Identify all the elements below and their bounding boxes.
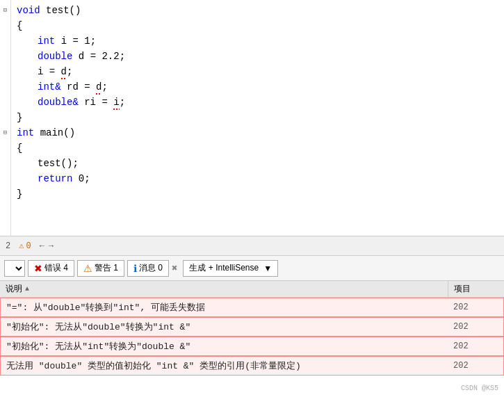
code-line-13: } <box>17 186 498 202</box>
warning-count: 0 <box>26 241 31 251</box>
brace-close-2: } <box>17 186 22 202</box>
collapse-space-6 <box>0 95 10 110</box>
collapse-space-2 <box>0 33 10 49</box>
semicolon-1: ; <box>67 64 72 79</box>
info-button[interactable]: ℹ 消息 0 <box>127 260 169 277</box>
type-double-1: double <box>38 49 72 64</box>
line-number: 2 <box>6 241 10 251</box>
warnings-label: 警告 1 <box>95 262 118 274</box>
keyword-return: return <box>38 171 72 186</box>
error-row-3-proj: 202 <box>448 341 503 351</box>
col-desc-label: 说明 <box>6 283 22 295</box>
code-line-8: } <box>17 110 498 125</box>
errors-button[interactable]: ✖ 错误 4 <box>28 260 74 277</box>
semicolon-2: ; <box>101 79 107 95</box>
collapse-space-7 <box>0 110 10 125</box>
error-row-1-desc: "=": 从"double"转换到"int", 可能丢失数据 <box>1 301 448 314</box>
keyword-void: void <box>17 3 40 18</box>
code-line-10: { <box>17 140 498 156</box>
arrow-left-icon[interactable]: ← <box>40 241 44 251</box>
col-proj-label: 项目 <box>454 283 471 295</box>
code-line-7: double& ri = i; <box>17 95 498 110</box>
code-lines: void test() { int i = 1; double d = 2.2;… <box>11 0 504 236</box>
error-row-4[interactable]: 无法用 "double" 类型的值初始化 "int &" 类型的引用(非常量限定… <box>0 356 504 375</box>
error-list: 说明 ▲ 项目 "=": 从"double"转换到"int", 可能丢失数据 2… <box>0 281 504 375</box>
code-line-5: i = d; <box>17 64 498 79</box>
code-line-6: int& rd = d; <box>17 79 498 95</box>
arrow-right-icon[interactable]: → <box>49 241 54 251</box>
brace-open-2: { <box>17 140 22 156</box>
warning-icon: ⚠ <box>83 263 92 274</box>
build-button[interactable]: 生成 + IntelliSense ▼ <box>183 260 278 277</box>
error-row-2-proj: 202 <box>448 322 503 332</box>
var-d-squiggly-2: d <box>96 79 101 95</box>
status-bar: 2 ⚠ 0 ← → <box>0 236 504 256</box>
var-i: i = 1; <box>61 33 96 49</box>
warning-triangle-icon: ⚠ <box>19 241 24 251</box>
func-name-test: test() <box>46 3 81 18</box>
errors-label: 错误 4 <box>44 262 68 274</box>
return-val: 0; <box>79 171 90 186</box>
error-row-4-proj: 202 <box>448 361 503 371</box>
brace-open-1: { <box>17 18 22 33</box>
collapse-gutter: ⊟ ⊟ <box>0 0 11 236</box>
collapse-btn-1[interactable]: ⊟ <box>0 3 10 18</box>
code-line-3: int i = 1; <box>17 33 498 49</box>
error-rows-container: "=": 从"double"转换到"int", 可能丢失数据 202 "初始化"… <box>0 298 504 375</box>
error-panel-toolbar: ✖ 错误 4 ⚠ 警告 1 ℹ 消息 0 ✖ 生成 + IntelliSense… <box>0 256 504 281</box>
error-table-header: 说明 ▲ 项目 <box>0 281 504 298</box>
var-d-squiggly: d <box>61 64 67 79</box>
collapse-space-4 <box>0 64 10 79</box>
func-name-main: main() <box>40 125 75 140</box>
code-line-9: int main() <box>17 125 498 140</box>
code-line-12: return 0; <box>17 171 498 186</box>
col-header-project[interactable]: 项目 <box>448 281 504 297</box>
error-row-2-desc: "初始化": 无法从"double"转换为"int &" <box>1 321 448 333</box>
var-ri: ri = <box>84 95 113 110</box>
info-label: 消息 0 <box>139 262 163 274</box>
info-icon: ℹ <box>133 263 137 274</box>
error-x-icon: ✖ <box>34 263 42 274</box>
nav-arrows[interactable]: ← → <box>40 241 54 251</box>
call-test: test(); <box>38 156 79 171</box>
code-editor: ⊟ ⊟ void test() { <box>0 0 504 236</box>
code-line-4: double d = 2.2; <box>17 49 498 64</box>
collapse-space-9 <box>0 156 10 171</box>
code-line-1: void test() <box>17 3 498 18</box>
collapse-space-10 <box>0 171 10 186</box>
type-int-ref: int& <box>38 79 61 95</box>
filter-dropdown[interactable] <box>4 260 25 277</box>
build-dropdown-arrow[interactable]: ▼ <box>263 264 272 273</box>
warnings-button[interactable]: ⚠ 警告 1 <box>77 260 124 277</box>
collapse-space-3 <box>0 49 10 64</box>
type-int-main: int <box>17 125 34 140</box>
error-row-3-desc: "初始化": 无法从"int"转换为"double &" <box>1 340 448 353</box>
var-d: d = 2.2; <box>79 49 125 64</box>
collapse-btn-2[interactable]: ⊟ <box>0 125 10 140</box>
error-row-1-proj: 202 <box>448 302 503 312</box>
var-rd: rd = <box>67 79 96 95</box>
collapse-space-1 <box>0 18 10 33</box>
error-row-3[interactable]: "初始化": 无法从"int"转换为"double &" 202 <box>0 337 504 356</box>
type-int-1: int <box>38 33 55 49</box>
error-row-4-desc: 无法用 "double" 类型的值初始化 "int &" 类型的引用(非常量限定… <box>1 360 448 372</box>
watermark: CSDN @KS5 <box>461 385 498 392</box>
code-line-11: test(); <box>17 156 498 171</box>
separator-icon: ✖ <box>172 262 177 274</box>
collapse-space-11 <box>0 186 10 202</box>
collapse-space-5 <box>0 79 10 95</box>
type-double-ref: double& <box>38 95 79 110</box>
assign-i-d: i = <box>38 64 61 79</box>
sort-arrow-icon: ▲ <box>25 285 29 293</box>
error-row-1[interactable]: "=": 从"double"转换到"int", 可能丢失数据 202 <box>0 298 504 317</box>
var-i-squiggly: i <box>113 95 119 110</box>
code-line-2: { <box>17 18 498 33</box>
error-row-2[interactable]: "初始化": 无法从"double"转换为"int &" 202 <box>0 317 504 337</box>
semicolon-3: ; <box>120 95 125 110</box>
build-label: 生成 + IntelliSense <box>189 262 259 274</box>
col-header-description[interactable]: 说明 ▲ <box>0 281 448 297</box>
bottom-panel: ✖ 错误 4 ⚠ 警告 1 ℹ 消息 0 ✖ 生成 + IntelliSense… <box>0 256 504 395</box>
brace-close-1: } <box>17 110 22 125</box>
warning-badge: ⚠ 0 <box>19 241 31 251</box>
collapse-space-8 <box>0 140 10 156</box>
